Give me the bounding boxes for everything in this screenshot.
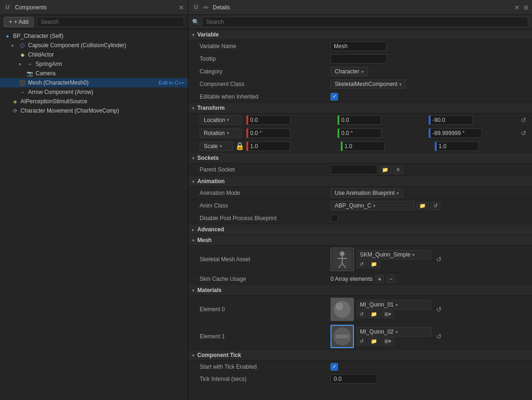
skin-cache-value: 0 Array elements + −	[331, 275, 528, 283]
category-dropdown[interactable]: Character ▾	[331, 67, 368, 76]
section-component-tick-header[interactable]: ▾ Component Tick	[188, 350, 532, 361]
sidebar-item-arrow[interactable]: → Arrow Component (Arrow) Edit in C++	[0, 87, 188, 97]
rotation-dropdown[interactable]: Rotation ▾	[200, 129, 242, 138]
rotation-z-field[interactable]	[431, 129, 482, 138]
skeletal-mesh-reset-button[interactable]: ↺	[434, 256, 444, 263]
section-variable-header[interactable]: ▾ Variable	[188, 29, 532, 40]
tick-interval-input[interactable]	[331, 374, 377, 384]
skin-cache-remove-button[interactable]: −	[387, 275, 395, 283]
skeletal-mesh-value-text: SKM_Quinn_Simple	[360, 251, 410, 258]
rotation-x-input	[246, 129, 337, 138]
prop-rotation: Rotation ▾ ↺	[188, 127, 532, 140]
section-transform-header[interactable]: ▾ Transform	[188, 103, 532, 114]
skeletal-mesh-reload-button[interactable]: ↺	[357, 260, 367, 268]
material-0-browse-button[interactable]: 📁	[368, 310, 380, 318]
material-1-dropdown[interactable]: MI_Quinn_02 ▾	[357, 327, 431, 336]
material-0-icon-row: ↺ 📁 ⊞▾	[357, 310, 431, 318]
components-title: Components	[15, 4, 175, 11]
sidebar-item-spring-arm[interactable]: ▾ ↔ SpringArm	[0, 59, 188, 69]
scale-x-field[interactable]	[248, 142, 290, 151]
add-component-button[interactable]: + + Add	[4, 17, 34, 27]
anim-class-dropdown[interactable]: ABP_Quinn_C ▾	[331, 201, 415, 210]
details-close-icon[interactable]: ✕	[514, 4, 520, 11]
parent-socket-clear-button[interactable]: ✕	[393, 166, 403, 174]
animation-mode-dropdown[interactable]: Use Animation Blueprint ▾	[331, 188, 403, 198]
location-y-field[interactable]	[339, 115, 381, 125]
tooltip-input[interactable]	[331, 54, 387, 64]
location-x-field[interactable]	[248, 115, 290, 125]
start-tick-checkbox[interactable]: ✓	[331, 363, 338, 371]
section-sockets-header[interactable]: ▾ Sockets	[188, 153, 532, 164]
parent-socket-input[interactable]	[331, 165, 377, 174]
sidebar-item-camera[interactable]: 📷 Camera	[0, 69, 188, 78]
sidebar-item-char-movement[interactable]: ⟳ Character Movement (CharMoveComp) Edit…	[0, 106, 188, 115]
sidebar-item-ai-perception[interactable]: ◈ AIPerceptionStimuliSource	[0, 97, 188, 106]
anim-class-row: ABP_Quinn_C ▾ 📁 ↺	[331, 201, 528, 210]
animation-mode-value: Use Animation Blueprint ▾	[331, 188, 528, 198]
material-0-controls: MI_Quinn_01 ▾ ↺ 📁 ⊞▾ ↺	[331, 298, 444, 321]
section-materials-header[interactable]: ▾ Materials	[188, 285, 532, 296]
capsule-label: Capsule Component (CollisionCylinder)	[28, 42, 126, 49]
location-reset-button[interactable]: ↺	[519, 116, 528, 124]
rotation-label-container: Rotation ▾	[200, 129, 246, 138]
animation-mode-arrow: ▾	[396, 191, 399, 196]
component-tree: ● BP_Character (Self) ▾ ⬡ Capsule Compon…	[0, 29, 188, 400]
svg-rect-11	[336, 335, 349, 338]
skin-cache-add-button[interactable]: +	[375, 275, 384, 283]
sidebar-item-capsule[interactable]: ▾ ⬡ Capsule Component (CollisionCylinder…	[0, 41, 188, 50]
mesh-section-arrow: ▾	[192, 238, 194, 243]
rotation-x-field[interactable]	[248, 129, 290, 138]
scale-dropdown[interactable]: Scale ▾	[200, 142, 233, 151]
scale-label: Scale	[204, 143, 218, 150]
skeletal-mesh-browse-button[interactable]: 📁	[368, 260, 380, 268]
sidebar-item-mesh[interactable]: ⬛ Mesh (CharacterMesh0) Edit in C++	[0, 78, 188, 87]
mesh-edit-btn[interactable]: Edit in C++	[159, 80, 184, 86]
scale-z-field[interactable]	[437, 142, 479, 151]
material-0-reload-button[interactable]: ↺	[357, 310, 367, 318]
details-title: Details	[213, 4, 510, 11]
sidebar-item-bp-character[interactable]: ● BP_Character (Self)	[0, 31, 188, 41]
components-search-input[interactable]	[36, 17, 184, 27]
details-search-input[interactable]	[202, 17, 528, 27]
rotation-reset-button[interactable]: ↺	[519, 129, 528, 137]
material-0-more-button[interactable]: ⊞▾	[381, 310, 394, 318]
scale-y-field[interactable]	[343, 142, 385, 151]
material-1-icon-row: ↺ 📁 ⊞▾	[357, 337, 431, 345]
parent-socket-browse-button[interactable]: 📁	[379, 166, 391, 174]
section-mesh-header[interactable]: ▾ Mesh	[188, 235, 532, 246]
section-advanced-header[interactable]: ▸ Advanced	[188, 224, 532, 235]
anim-class-browse-button[interactable]: 📁	[417, 202, 429, 210]
skin-cache-array: 0 Array elements + −	[331, 275, 395, 283]
sidebar-item-child-actor[interactable]: ◆ ChildActor	[0, 50, 188, 59]
location-y-input	[338, 115, 428, 125]
material-1-browse-button[interactable]: 📁	[368, 337, 380, 345]
details-panel: U ✏ Details ✕ ⊞ 🔍 ▾ Variable Variable Na…	[188, 0, 532, 400]
prop-material-0: Element 0 MI_Quinn_01 ▾	[188, 296, 532, 323]
scale-lock-icon[interactable]: 🔒	[235, 142, 244, 150]
skeletal-mesh-dropdown[interactable]: SKM_Quinn_Simple ▾	[357, 250, 431, 259]
location-dropdown-arrow: ▾	[227, 117, 229, 122]
material-1-reload-button[interactable]: ↺	[357, 337, 367, 345]
material-1-more-button[interactable]: ⊞▾	[381, 337, 394, 345]
component-class-label: Component Class	[200, 81, 331, 87]
anim-class-arrow: ▾	[373, 203, 375, 208]
variable-name-input[interactable]	[331, 42, 387, 51]
location-dropdown[interactable]: Location ▾	[200, 115, 242, 125]
material-1-action-controls: MI_Quinn_02 ▾ ↺ 📁 ⊞▾	[357, 327, 431, 345]
rotation-y-field[interactable]	[339, 129, 381, 138]
component-class-dropdown[interactable]: SkeletalMeshComponent ▾	[331, 79, 406, 89]
prop-tooltip: Tooltip	[188, 53, 532, 65]
location-z-field[interactable]	[431, 115, 473, 125]
anim-class-label: Anim Class	[200, 202, 331, 209]
material-0-dropdown[interactable]: MI_Quinn_01 ▾	[357, 300, 431, 309]
section-animation-header[interactable]: ▾ Animation	[188, 176, 532, 187]
material-1-label: Element 1	[200, 333, 331, 340]
details-grid-icon[interactable]: ⊞	[524, 4, 528, 11]
editable-inherited-checkbox[interactable]: ✓	[331, 93, 338, 100]
material-0-reset-button[interactable]: ↺	[434, 306, 444, 313]
details-content: ▾ Variable Variable Name Tooltip Categor…	[188, 29, 532, 400]
anim-class-goto-button[interactable]: ↺	[431, 202, 440, 210]
disable-post-process-checkbox[interactable]	[331, 214, 338, 222]
components-close-icon[interactable]: ✕	[179, 4, 184, 11]
material-1-reset-button[interactable]: ↺	[434, 333, 444, 340]
